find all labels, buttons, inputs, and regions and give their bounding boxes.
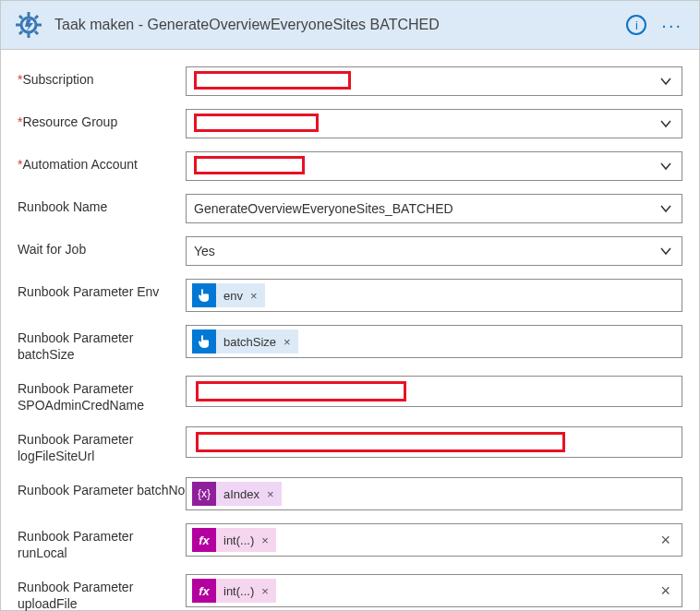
token-remove-icon[interactable]: ×	[284, 329, 298, 353]
chevron-down-icon	[658, 158, 674, 174]
token-int-uploadfile[interactable]: fx int(...) ×	[192, 579, 276, 603]
automation-account-label: *Automation Account	[18, 151, 186, 174]
card-title: Taak maken - GenerateOverviewEveryoneSit…	[54, 17, 617, 33]
wait-for-job-label: Wait for Job	[18, 236, 186, 258]
token-remove-icon[interactable]: ×	[261, 579, 276, 603]
token-remove-icon[interactable]: ×	[261, 528, 276, 552]
subscription-select[interactable]	[186, 66, 682, 96]
card-header: Taak maken - GenerateOverviewEveryoneSit…	[1, 1, 699, 50]
token-remove-icon[interactable]: ×	[250, 283, 265, 307]
action-card: Taak maken - GenerateOverviewEveryoneSit…	[0, 0, 700, 611]
param-logfile-input[interactable]	[186, 426, 682, 458]
fx-icon: fx	[192, 579, 216, 603]
param-batchno-label: Runbook Parameter batchNo	[18, 477, 186, 499]
runbook-name-value: GenerateOverviewEveryoneSites_BATCHED	[194, 201, 658, 216]
token-batchsize[interactable]: batchSize ×	[192, 329, 298, 353]
chevron-down-icon	[658, 115, 674, 132]
card-body: *Subscription *Resource Group *Automatio…	[1, 50, 699, 611]
param-spoadmin-input[interactable]	[186, 376, 682, 407]
redacted-value	[194, 71, 351, 90]
param-batchno-input[interactable]: {x} aIndex ×	[186, 477, 682, 510]
fx-icon: fx	[192, 528, 216, 552]
hand-icon	[192, 329, 216, 353]
hand-icon	[192, 283, 216, 307]
more-menu-icon[interactable]: ···	[656, 15, 688, 36]
runbook-name-select[interactable]: GenerateOverviewEveryoneSites_BATCHED	[186, 194, 682, 223]
token-remove-icon[interactable]: ×	[267, 482, 282, 506]
chevron-down-icon	[658, 73, 674, 90]
param-uploadfile-input[interactable]: fx int(...) × ×	[186, 574, 682, 607]
param-spoadmin-label: Runbook Parameter SPOAdminCredName	[18, 376, 186, 413]
chevron-down-icon	[658, 200, 674, 217]
param-env-input[interactable]: env ×	[186, 279, 682, 312]
wait-for-job-select[interactable]: Yes	[186, 236, 682, 266]
param-runlocal-label: Runbook Parameter runLocal	[18, 523, 186, 561]
redacted-value	[194, 156, 305, 174]
redacted-value	[196, 381, 406, 401]
redacted-value	[196, 432, 565, 452]
redacted-value	[194, 114, 319, 132]
runbook-name-label: Runbook Name	[18, 194, 186, 216]
info-icon[interactable]: i	[626, 15, 646, 35]
variable-icon: {x}	[192, 482, 216, 506]
param-batchsize-label: Runbook Parameter batchSize	[18, 325, 186, 363]
resource-group-label: *Resource Group	[18, 109, 186, 131]
svg-line-5	[19, 16, 22, 18]
chevron-down-icon	[658, 243, 674, 259]
param-uploadfile-label: Runbook Parameter uploadFile	[18, 574, 186, 611]
token-int-runlocal[interactable]: fx int(...) ×	[192, 528, 276, 552]
automation-gear-icon	[12, 8, 45, 42]
token-aindex[interactable]: {x} aIndex ×	[192, 482, 282, 506]
param-env-label: Runbook Parameter Env	[18, 279, 186, 301]
automation-account-select[interactable]	[186, 151, 682, 181]
subscription-label: *Subscription	[18, 66, 186, 89]
param-batchsize-input[interactable]: batchSize ×	[186, 325, 682, 358]
wait-for-job-value: Yes	[194, 244, 658, 258]
svg-line-6	[35, 31, 38, 34]
clear-input-icon[interactable]: ×	[655, 531, 676, 550]
svg-line-8	[35, 16, 38, 18]
svg-line-7	[19, 31, 22, 34]
param-runlocal-input[interactable]: fx int(...) × ×	[186, 523, 682, 557]
token-env[interactable]: env ×	[192, 283, 265, 307]
clear-input-icon[interactable]: ×	[655, 581, 676, 601]
resource-group-select[interactable]	[186, 109, 682, 138]
param-logfile-label: Runbook Parameter logFileSiteUrl	[18, 426, 186, 464]
